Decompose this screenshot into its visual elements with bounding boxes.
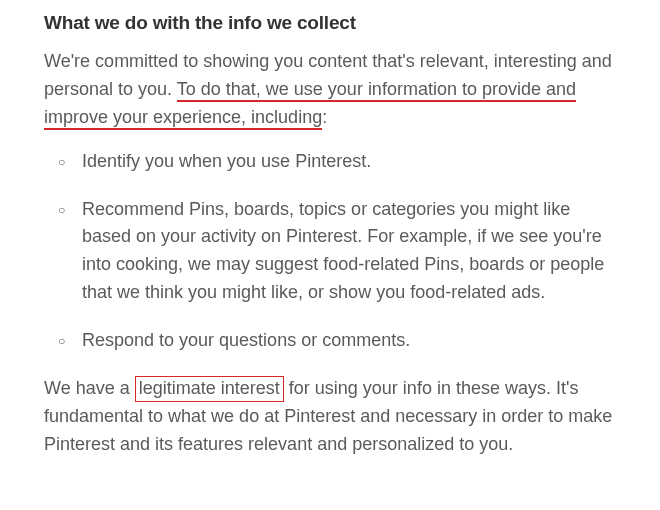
list-item: Recommend Pins, boards, topics or catego… xyxy=(82,196,616,308)
intro-text-after: : xyxy=(322,107,327,127)
bullet-list: Identify you when you use Pinterest. Rec… xyxy=(44,148,616,355)
outro-text-before: We have a xyxy=(44,378,135,398)
list-item: Respond to your questions or comments. xyxy=(82,327,616,355)
section-heading: What we do with the info we collect xyxy=(44,12,616,34)
list-item: Identify you when you use Pinterest. xyxy=(82,148,616,176)
outro-paragraph: We have a legitimate interest for using … xyxy=(44,375,616,459)
outro-boxed-text: legitimate interest xyxy=(135,376,284,402)
intro-paragraph: We're committed to showing you content t… xyxy=(44,48,616,132)
